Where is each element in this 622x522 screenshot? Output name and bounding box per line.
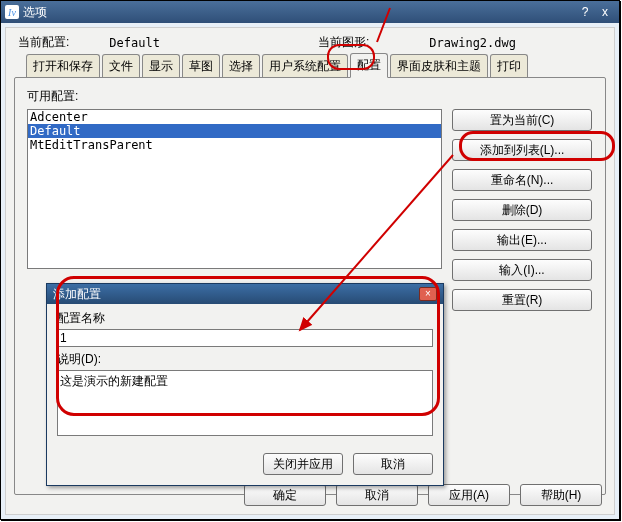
tab-3[interactable]: 草图	[182, 54, 220, 78]
profile-desc-textarea[interactable]	[57, 370, 433, 436]
dialog-buttons: 关闭并应用 取消	[47, 447, 443, 485]
set-current-button[interactable]: 置为当前(C)	[452, 109, 592, 131]
import-button[interactable]: 输入(I)...	[452, 259, 592, 281]
tab-0[interactable]: 打开和保存	[26, 54, 100, 78]
close-icon[interactable]: x	[595, 5, 615, 19]
tab-1[interactable]: 文件	[102, 54, 140, 78]
current-drawing-label: 当前图形:	[318, 34, 369, 51]
current-profile-label: 当前配置:	[18, 34, 69, 51]
cancel-button[interactable]: 取消	[336, 484, 418, 506]
reset-button[interactable]: 重置(R)	[452, 289, 592, 311]
dialog-cancel-button[interactable]: 取消	[353, 453, 433, 475]
dialog-close-icon[interactable]: ×	[419, 287, 437, 301]
footer-buttons: 确定 取消 应用(A) 帮助(H)	[244, 484, 602, 506]
tab-6[interactable]: 配置	[350, 53, 388, 78]
list-item[interactable]: MtEditTransParent	[28, 138, 441, 152]
tab-4[interactable]: 选择	[222, 54, 260, 78]
tab-5[interactable]: 用户系统配置	[262, 54, 348, 78]
list-item[interactable]: Adcenter	[28, 110, 441, 124]
available-profiles-label: 可用配置:	[27, 88, 593, 105]
add-profile-dialog: 添加配置 × 配置名称 说明(D): 关闭并应用 取消	[46, 283, 444, 486]
current-drawing-value: Drawing2.dwg	[429, 36, 516, 50]
window-title: 选项	[23, 4, 47, 21]
tab-bar: 打开和保存文件显示草图选择用户系统配置配置界面皮肤和主题打印	[14, 55, 606, 77]
tab-7[interactable]: 界面皮肤和主题	[390, 54, 488, 78]
add-to-list-button[interactable]: 添加到列表(L)...	[452, 139, 592, 161]
options-window: Iv 选项 ? x 当前配置: Default 当前图形: Drawing2.d…	[0, 0, 620, 520]
current-profile-value: Default	[109, 36, 160, 50]
help-button[interactable]: 帮助(H)	[520, 484, 602, 506]
delete-button[interactable]: 删除(D)	[452, 199, 592, 221]
top-info-row: 当前配置: Default 当前图形: Drawing2.dwg	[14, 34, 606, 51]
rename-button[interactable]: 重命名(N)...	[452, 169, 592, 191]
profiles-listbox[interactable]: AdcenterDefaultMtEditTransParent	[27, 109, 442, 269]
dialog-apply-close-button[interactable]: 关闭并应用	[263, 453, 343, 475]
list-item[interactable]: Default	[28, 124, 441, 138]
app-icon: Iv	[5, 5, 19, 19]
tab-8[interactable]: 打印	[490, 54, 528, 78]
window-body: 当前配置: Default 当前图形: Drawing2.dwg 打开和保存文件…	[5, 27, 615, 515]
profile-name-input[interactable]	[57, 329, 433, 347]
dialog-titlebar[interactable]: 添加配置 ×	[47, 284, 443, 304]
profile-name-label: 配置名称	[57, 310, 433, 327]
apply-button[interactable]: 应用(A)	[428, 484, 510, 506]
ok-button[interactable]: 确定	[244, 484, 326, 506]
export-button[interactable]: 输出(E)...	[452, 229, 592, 251]
profile-desc-label: 说明(D):	[57, 351, 433, 368]
profile-buttons-column: 置为当前(C) 添加到列表(L)... 重命名(N)... 删除(D) 输出(E…	[452, 109, 592, 311]
titlebar[interactable]: Iv 选项 ? x	[1, 1, 619, 23]
help-icon[interactable]: ?	[575, 5, 595, 19]
tab-2[interactable]: 显示	[142, 54, 180, 78]
dialog-body: 配置名称 说明(D):	[47, 304, 443, 447]
dialog-title: 添加配置	[53, 286, 101, 303]
